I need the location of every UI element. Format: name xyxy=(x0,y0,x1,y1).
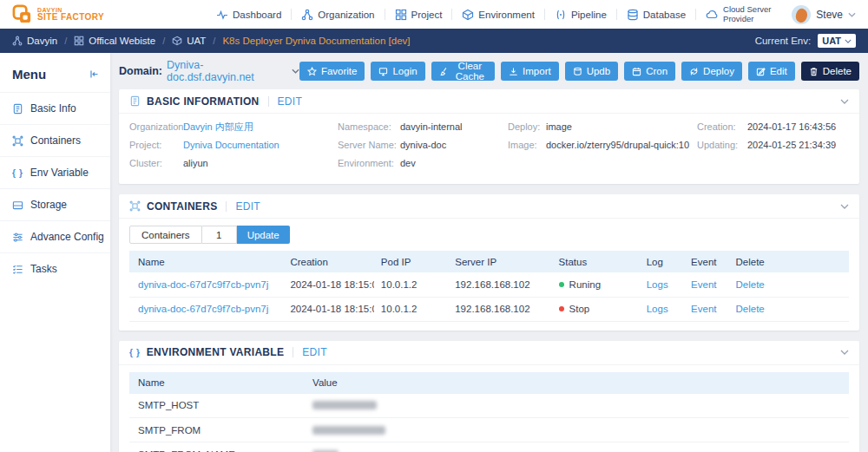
containers-table: Name Creation Pod IP Server IP Status Lo… xyxy=(129,251,849,322)
delete-button[interactable]: Delete xyxy=(801,62,859,81)
breadcrumb-item-environment[interactable]: UAT xyxy=(172,36,206,46)
nav-item-environment[interactable]: Environment xyxy=(452,9,544,21)
cron-button[interactable]: Cron xyxy=(624,62,675,81)
logs-link[interactable]: Logs xyxy=(647,304,668,314)
organization-icon xyxy=(12,36,23,46)
nav-item-database[interactable]: Database xyxy=(617,9,695,21)
current-env-label: Current Env: xyxy=(755,36,812,46)
database-icon xyxy=(627,9,639,21)
edit-button[interactable]: Edit xyxy=(748,62,795,81)
favorite-button[interactable]: Favorite xyxy=(299,62,365,81)
field-server-name: Server Name:dyniva-doc xyxy=(338,139,508,152)
project-icon xyxy=(395,9,407,21)
containers-icon xyxy=(129,200,141,212)
organization-link[interactable]: Davyin 内部应用 xyxy=(183,121,253,134)
redacted-value xyxy=(312,401,377,409)
status-badge: Stop xyxy=(552,297,640,321)
logs-link[interactable]: Logs xyxy=(647,279,668,290)
field-namespace: Namespace:davyin-internal xyxy=(338,121,508,134)
sidebar-item-containers[interactable]: Containers xyxy=(0,124,110,156)
sidebar-item-basic-info[interactable]: Basic Info xyxy=(0,92,110,124)
sidebar-item-env-variable[interactable]: { } Env Variable xyxy=(0,156,110,188)
delete-link[interactable]: Delete xyxy=(736,304,765,314)
breadcrumb-item-organization[interactable]: Davyin xyxy=(12,36,57,46)
pod-name-link[interactable]: dyniva-doc-67d7c9f7cb-pvn7j xyxy=(138,279,268,290)
sliders-icon xyxy=(12,232,23,243)
edit-link[interactable]: EDIT xyxy=(302,346,327,358)
davyin-logo-icon xyxy=(12,4,32,24)
updb-button[interactable]: Updb xyxy=(565,62,619,81)
containers-count-input[interactable] xyxy=(202,226,237,244)
table-row: SMTP_FROM xyxy=(129,418,849,442)
redacted-value xyxy=(312,426,385,435)
field-deploy: Deploy:image xyxy=(508,121,697,134)
project-icon xyxy=(74,36,84,46)
breadcrumb-separator: / xyxy=(64,36,67,46)
field-cluster: Cluster:aliyun xyxy=(129,157,338,170)
import-button[interactable]: Import xyxy=(501,62,559,81)
breadcrumb-item-project[interactable]: Offical Webiste xyxy=(74,36,155,46)
login-button[interactable]: Login xyxy=(371,62,424,81)
project-link[interactable]: Dyniva Documentation xyxy=(183,139,279,152)
edit-link[interactable]: EDIT xyxy=(278,95,303,108)
nav-item-project[interactable]: Project xyxy=(385,9,452,21)
user-menu[interactable]: Steve xyxy=(792,5,856,24)
sidebar-collapse-icon[interactable] xyxy=(89,69,100,80)
breadcrumb-separator: / xyxy=(213,36,215,46)
current-env-select[interactable]: UAT xyxy=(818,34,856,48)
chevron-down-icon[interactable] xyxy=(292,69,299,74)
section-title: CONTAINERS xyxy=(147,200,217,213)
table-header-row: Name Creation Pod IP Server IP Status Lo… xyxy=(129,251,849,272)
env-vars-table: Name Value SMTP_HOST SMTP_FROM xyxy=(129,372,849,452)
breadcrumb: Davyin / Offical Webiste / UAT / K8s Dep… xyxy=(0,29,868,53)
main-nav: Dashboard Organization Project Environme… xyxy=(207,5,788,24)
sidebar-item-advance-config[interactable]: Advance Config xyxy=(0,220,110,252)
dashboard-icon xyxy=(216,9,228,21)
brand-logo[interactable]: DAVYIN SITE FACTORY xyxy=(12,4,104,24)
update-button[interactable]: Update xyxy=(237,226,290,244)
event-link[interactable]: Event xyxy=(691,304,716,314)
database-icon xyxy=(573,67,582,76)
edit-pencil-icon xyxy=(756,67,766,76)
field-image: Image:docker.io/zterry95/drupal-quick:10 xyxy=(508,139,697,152)
environment-variable-card: { } ENVIRONMENT VARIABLE EDIT Name Value xyxy=(119,341,859,452)
status-badge: Runing xyxy=(552,272,640,297)
field-creation: Creation:2024-01-17 16:43:56 xyxy=(697,121,849,134)
user-avatar xyxy=(792,5,811,24)
section-title: BASIC INFORMATION xyxy=(147,95,260,108)
broom-icon xyxy=(439,67,449,76)
containers-icon xyxy=(12,135,23,147)
table-row: SMTP_HOST xyxy=(129,394,849,418)
sync-icon xyxy=(689,67,699,76)
chevron-down-icon[interactable] xyxy=(840,350,849,355)
braces-icon: { } xyxy=(12,168,23,178)
delete-link[interactable]: Delete xyxy=(736,279,765,290)
status-dot-stopped xyxy=(559,306,564,311)
containers-card: CONTAINERS EDIT Containers Update Name xyxy=(119,194,859,331)
event-link[interactable]: Event xyxy=(691,279,716,290)
basic-information-card: BASIC INFORMATION EDIT Organization:Davy… xyxy=(119,89,859,184)
brand-name-bottom: SITE FACTORY xyxy=(37,13,104,23)
sidebar-item-tasks[interactable]: Tasks xyxy=(0,252,110,285)
breadcrumb-separator: / xyxy=(162,36,165,46)
nav-item-pipeline[interactable]: Pipeline xyxy=(545,9,616,21)
pod-name-link[interactable]: dyniva-doc-67d7c9f7cb-pvn7j xyxy=(138,304,268,314)
domain-value[interactable]: Dyniva-doc.dsf.davyin.net xyxy=(167,59,286,83)
document-icon xyxy=(129,95,141,107)
nav-item-organization[interactable]: Organization xyxy=(292,9,384,21)
containers-count-label: Containers xyxy=(129,226,202,244)
table-row: dyniva-doc-67d7c9f7cb-pvn7j 2024-01-18 1… xyxy=(129,272,849,297)
nav-item-cloud-server-provider[interactable]: Cloud Server Provider xyxy=(696,5,788,24)
clear-cache-button[interactable]: Clear Cache xyxy=(431,62,495,81)
sidebar-item-storage[interactable]: Storage xyxy=(0,188,110,220)
cloud-icon xyxy=(706,9,719,21)
chevron-down-icon[interactable] xyxy=(840,204,849,209)
table-header-row: Name Value xyxy=(129,372,849,394)
deploy-button[interactable]: Deploy xyxy=(681,62,742,81)
edit-link[interactable]: EDIT xyxy=(235,200,260,213)
chevron-down-icon xyxy=(848,12,856,17)
chevron-down-icon[interactable] xyxy=(840,99,849,104)
domain-label: Domain: xyxy=(119,65,162,77)
nav-item-dashboard[interactable]: Dashboard xyxy=(207,9,291,21)
sidebar: Menu Basic Info Containers { } Env Varia… xyxy=(0,53,110,452)
